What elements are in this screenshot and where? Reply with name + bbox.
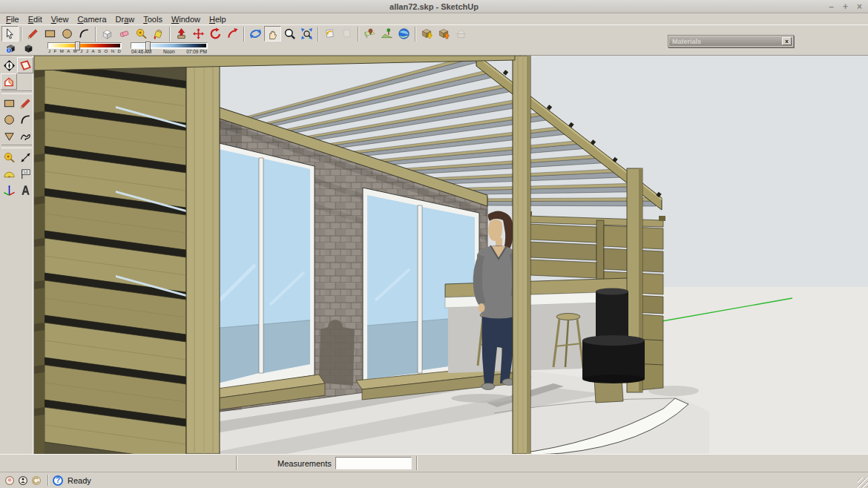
dimension-tool-button[interactable] bbox=[17, 149, 33, 165]
menu-camera[interactable]: Camera bbox=[73, 15, 111, 24]
palette-separator bbox=[1, 90, 32, 94]
make-component-tool-button[interactable] bbox=[99, 26, 116, 42]
line-tool-button[interactable] bbox=[17, 95, 33, 111]
pan-tool-button[interactable] bbox=[264, 26, 281, 42]
title-bar[interactable]: allan72.skp - SketchUp – + × bbox=[0, 0, 868, 13]
next-tool-button[interactable] bbox=[338, 26, 355, 42]
signin-status-icon[interactable] bbox=[30, 475, 42, 487]
person-shadow-on-wall bbox=[319, 320, 355, 386]
sketchup-window: allan72.skp - SketchUp – + × FileEditVie… bbox=[0, 0, 868, 488]
palette-separator bbox=[1, 145, 32, 148]
toolbar-separator bbox=[318, 27, 319, 42]
time-gradient bbox=[132, 44, 206, 47]
shadow-settings-button[interactable] bbox=[1, 42, 19, 55]
materials-dialog[interactable]: Materials x bbox=[668, 35, 794, 47]
palette-empty-slot bbox=[17, 73, 33, 90]
section-plane-tool-button[interactable] bbox=[17, 57, 33, 73]
time-slider-thumb[interactable] bbox=[145, 42, 151, 50]
menu-tools[interactable]: Tools bbox=[139, 15, 167, 24]
add-location-tool-button[interactable] bbox=[361, 26, 378, 42]
rectangle-tool-button[interactable] bbox=[42, 26, 59, 42]
date-slider-track[interactable] bbox=[47, 42, 122, 49]
geolocation-status-icon[interactable] bbox=[4, 475, 16, 487]
shadow-toggle-button[interactable] bbox=[19, 42, 37, 55]
menu-window[interactable]: Window bbox=[167, 15, 205, 24]
measurements-separator bbox=[236, 456, 237, 470]
measurements-input[interactable] bbox=[335, 457, 412, 469]
toggle-terrain-tool-button[interactable] bbox=[378, 26, 395, 42]
offset-tool-button[interactable] bbox=[224, 26, 241, 42]
move-tool-button[interactable] bbox=[190, 26, 207, 42]
select-tool-button[interactable] bbox=[1, 26, 19, 42]
paint-bucket-tool-button[interactable] bbox=[150, 26, 167, 42]
month-label: D bbox=[118, 49, 121, 54]
month-label: S bbox=[98, 49, 101, 54]
menu-help[interactable]: Help bbox=[205, 15, 231, 24]
eraser-tool-button[interactable] bbox=[116, 26, 133, 42]
section-cut-tool-button[interactable] bbox=[1, 73, 17, 90]
shadow-time-slider: 04:46 AM Noon 07:09 PM bbox=[131, 42, 208, 54]
measurements-separator-2 bbox=[416, 456, 418, 470]
zoom-tool-button[interactable] bbox=[281, 26, 298, 42]
louvered-wall bbox=[34, 62, 220, 454]
model-viewport[interactable] bbox=[34, 56, 868, 454]
menu-file[interactable]: File bbox=[1, 15, 24, 24]
building-maker-tool-button[interactable] bbox=[453, 26, 470, 42]
close-button[interactable]: × bbox=[857, 1, 862, 13]
get-models-tool-button[interactable] bbox=[418, 26, 435, 42]
month-label: N bbox=[111, 49, 114, 54]
arc-tool-button[interactable] bbox=[17, 111, 33, 128]
menu-edit[interactable]: Edit bbox=[24, 15, 47, 24]
minimize-button[interactable]: – bbox=[829, 1, 834, 13]
materials-dialog-titlebar[interactable]: Materials x bbox=[669, 36, 792, 46]
toolbar-separator bbox=[415, 27, 416, 42]
zoom-extents-tool-button[interactable] bbox=[298, 26, 315, 42]
date-slider-thumb[interactable] bbox=[75, 42, 80, 50]
previous-tool-button[interactable] bbox=[321, 26, 338, 42]
toolbar-separator bbox=[169, 27, 171, 42]
3d-text-tool-button[interactable] bbox=[17, 182, 33, 198]
materials-close-button[interactable]: x bbox=[782, 37, 792, 45]
push-pull-tool-button[interactable] bbox=[173, 26, 190, 42]
share-model-tool-button[interactable] bbox=[435, 26, 453, 42]
model-scene bbox=[34, 56, 868, 454]
time-slider-track[interactable] bbox=[131, 42, 208, 49]
circle-tool-button[interactable] bbox=[1, 111, 17, 128]
status-bar: ? Ready bbox=[0, 472, 868, 488]
resize-grip[interactable] bbox=[858, 478, 868, 488]
menu-draw[interactable]: Draw bbox=[111, 15, 139, 24]
help-icon[interactable]: ? bbox=[53, 475, 63, 486]
menu-bar: FileEditViewCameraDrawToolsWindowHelp bbox=[0, 13, 868, 24]
google-earth-tool-button[interactable] bbox=[395, 26, 412, 42]
line-tool-button[interactable] bbox=[24, 26, 42, 42]
toolbar-separator bbox=[95, 27, 96, 42]
freehand-tool-button[interactable] bbox=[17, 128, 33, 144]
materials-dialog-title: Materials bbox=[669, 38, 782, 45]
tape-measure-tool-button[interactable] bbox=[133, 26, 150, 42]
protractor-tool-button[interactable] bbox=[1, 165, 17, 182]
date-gradient bbox=[49, 44, 120, 47]
polygon-tool-button[interactable] bbox=[1, 128, 17, 144]
arc-tool-button[interactable] bbox=[76, 26, 93, 42]
month-label: J bbox=[80, 49, 82, 54]
rotate-tool-button[interactable] bbox=[207, 26, 224, 42]
credit-status-icon[interactable] bbox=[17, 475, 29, 487]
month-label: O bbox=[105, 49, 108, 54]
measurements-label: Measurements bbox=[277, 459, 332, 468]
rectangle-tool-button[interactable] bbox=[1, 95, 17, 111]
status-icons bbox=[4, 475, 44, 487]
month-label: A bbox=[91, 49, 94, 54]
circle-tool-button[interactable] bbox=[59, 26, 76, 42]
toolbar-separator bbox=[358, 27, 359, 42]
month-label: J bbox=[48, 49, 50, 54]
tool-palette bbox=[0, 56, 34, 454]
tape-measure-tool-button[interactable] bbox=[1, 149, 17, 165]
text-tool-button[interactable] bbox=[17, 165, 33, 182]
menu-view[interactable]: View bbox=[47, 15, 73, 24]
orbit-tool-button[interactable] bbox=[247, 26, 264, 42]
axes-tool-button[interactable] bbox=[1, 182, 17, 198]
status-ready-text: Ready bbox=[68, 476, 91, 485]
main-area bbox=[0, 56, 868, 454]
maximize-button[interactable]: + bbox=[843, 1, 848, 13]
solar-north-tool-button[interactable] bbox=[1, 57, 17, 73]
